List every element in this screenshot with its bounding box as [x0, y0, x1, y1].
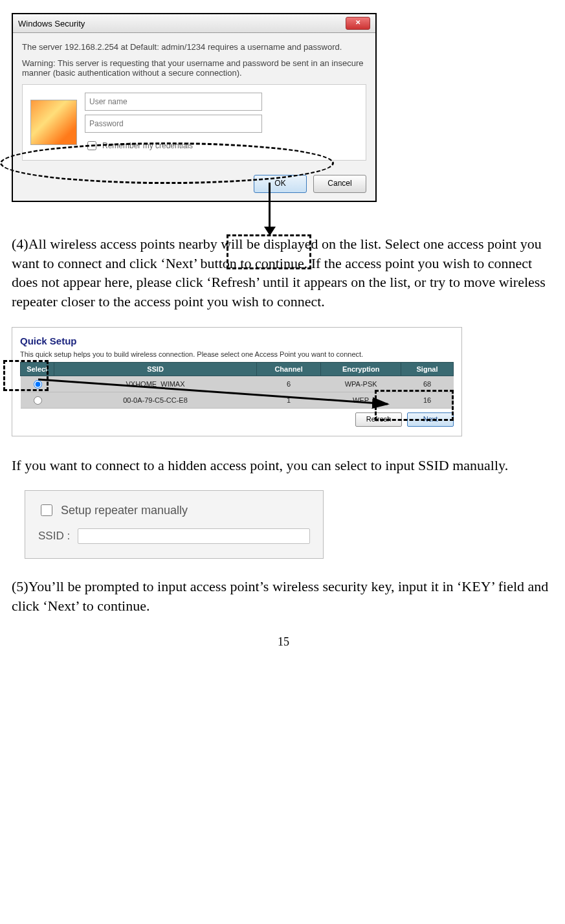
page-number: 15	[12, 635, 555, 649]
cell-ssid: 00-0A-79-C5-CC-E8	[54, 392, 257, 408]
remember-label: Remember my credentials	[102, 141, 193, 150]
paragraph-4: (4)All wireless access points nearby wil…	[12, 234, 555, 311]
col-encryption: Encryption	[321, 362, 401, 376]
table-row[interactable]: VXHOME_WIMAX 6 WPA-PSK 68	[21, 376, 454, 392]
table-row[interactable]: 00-0A-79-C5-CC-E8 1 WEP 16	[21, 392, 454, 408]
user-icon	[30, 100, 77, 145]
cell-signal: 16	[401, 392, 454, 408]
remember-checkbox[interactable]	[87, 141, 96, 150]
dialog-message-1: The server 192.168.2.254 at Default: adm…	[22, 42, 366, 52]
paragraph-hidden-ap: If you want to connect to a hidden acces…	[12, 456, 555, 475]
col-select: Select	[21, 362, 54, 376]
quick-setup-desc: This quick setup helps you to build wire…	[20, 350, 454, 358]
access-point-table: Select SSID Channel Encryption Signal VX…	[20, 362, 454, 409]
ssid-label: SSID :	[38, 530, 70, 543]
dialog-titlebar: Windows Security ✕	[13, 14, 375, 33]
cell-ssid: VXHOME_WIMAX	[54, 376, 257, 392]
ok-button[interactable]: OK	[254, 175, 307, 193]
manual-checkbox[interactable]	[41, 504, 52, 516]
cell-channel: 6	[257, 376, 321, 392]
cancel-button[interactable]: Cancel	[313, 175, 366, 193]
cell-encryption: WPA-PSK	[321, 376, 401, 392]
quick-setup-panel: Quick Setup This quick setup helps you t…	[12, 327, 462, 436]
username-input[interactable]	[85, 93, 262, 111]
select-radio[interactable]	[34, 396, 42, 405]
dialog-message-2: Warning: This server is requesting that …	[22, 58, 366, 78]
select-radio[interactable]	[34, 380, 42, 389]
manual-checkbox-label: Setup repeater manually	[61, 504, 188, 517]
dialog-title: Windows Security	[18, 19, 85, 28]
windows-security-dialog: Windows Security ✕ The server 192.168.2.…	[12, 13, 377, 202]
ssid-input[interactable]	[78, 528, 310, 544]
col-channel: Channel	[257, 362, 321, 376]
dialog-body: The server 192.168.2.254 at Default: adm…	[13, 33, 375, 168]
credentials-area: Remember my credentials	[22, 84, 366, 161]
manual-setup-panel: Setup repeater manually SSID :	[25, 490, 324, 559]
quick-setup-title: Quick Setup	[20, 335, 454, 346]
cell-encryption: WEP	[321, 392, 401, 408]
refresh-button[interactable]: Refresh	[355, 412, 402, 427]
password-input[interactable]	[85, 115, 262, 133]
next-button[interactable]: Next	[407, 412, 454, 427]
cell-channel: 1	[257, 392, 321, 408]
close-icon[interactable]: ✕	[346, 17, 370, 30]
col-ssid: SSID	[54, 362, 257, 376]
dialog-buttons: OK Cancel	[13, 168, 375, 201]
col-signal: Signal	[401, 362, 454, 376]
cell-signal: 68	[401, 376, 454, 392]
remember-credentials-row[interactable]: Remember my credentials	[85, 139, 355, 152]
paragraph-5: (5)You’ll be prompted to input access po…	[12, 577, 555, 615]
